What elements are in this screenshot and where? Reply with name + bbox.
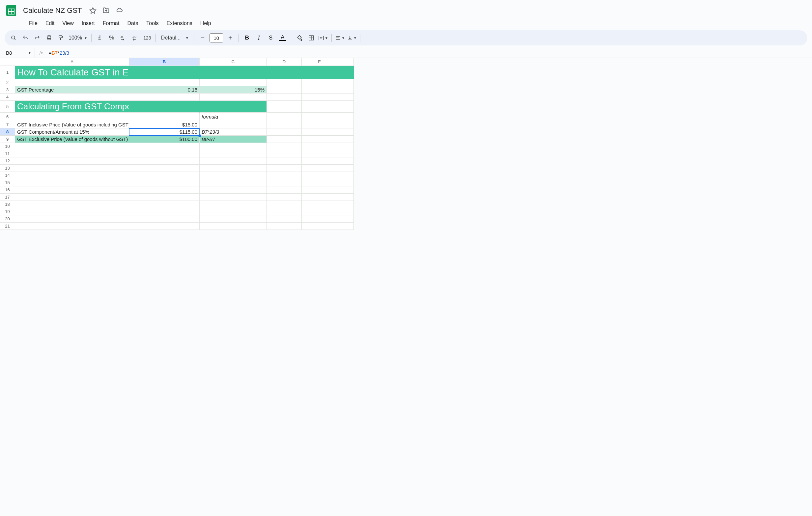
cell-D13[interactable] [267, 165, 302, 172]
row-header-3[interactable]: 3 [0, 86, 15, 93]
cell-F6[interactable] [337, 113, 354, 121]
cell-F2[interactable] [337, 79, 354, 86]
cell-C6[interactable]: formula [200, 113, 267, 121]
cell-D4[interactable] [267, 93, 302, 101]
cell-E16[interactable] [302, 186, 337, 193]
cell-F8[interactable] [337, 128, 354, 136]
cell-B14[interactable] [129, 172, 200, 179]
cell-E11[interactable] [302, 150, 337, 157]
menu-view[interactable]: View [59, 19, 77, 28]
cell-A19[interactable] [15, 208, 129, 215]
cell-C14[interactable] [200, 172, 267, 179]
cell-B10[interactable] [129, 143, 200, 150]
cell-A8[interactable]: GST Component/Amount at 15% [15, 128, 129, 136]
horizontal-align-button[interactable]: ▼ [335, 32, 346, 43]
cell-B4[interactable] [129, 93, 200, 101]
cell-D3[interactable] [267, 86, 302, 93]
cell-E21[interactable] [302, 222, 337, 230]
row-header-5[interactable]: 5 [0, 101, 15, 113]
font-size-decrease-button[interactable]: − [197, 32, 208, 43]
cell-F13[interactable] [337, 165, 354, 172]
zoom-select[interactable]: 100% ▼ [67, 35, 89, 41]
cell-B20[interactable] [129, 215, 200, 222]
cell-F12[interactable] [337, 157, 354, 165]
row-header-6[interactable]: 6 [0, 113, 15, 121]
cell-B3[interactable]: 0.15 [129, 86, 200, 93]
menu-tools[interactable]: Tools [143, 19, 162, 28]
text-color-button[interactable]: A [277, 32, 288, 43]
row-header-4[interactable]: 4 [0, 93, 15, 101]
cell-A14[interactable] [15, 172, 129, 179]
cell-F5[interactable] [337, 101, 354, 113]
cell-D20[interactable] [267, 215, 302, 222]
cell-B19[interactable] [129, 208, 200, 215]
fill-color-button[interactable] [294, 32, 305, 43]
cell-D5[interactable] [267, 101, 302, 113]
cell-C11[interactable] [200, 150, 267, 157]
row-header-17[interactable]: 17 [0, 193, 15, 201]
increase-decimal-icon[interactable]: .00 [130, 32, 141, 43]
row-header-13[interactable]: 13 [0, 165, 15, 172]
col-header-C[interactable]: C [200, 58, 267, 66]
cell-E4[interactable] [302, 93, 337, 101]
cell-A7[interactable]: GST Inclusive Price (Value of goods incl… [15, 121, 129, 128]
cell-F9[interactable] [337, 136, 354, 143]
cell-C12[interactable] [200, 157, 267, 165]
cell-A4[interactable] [15, 93, 129, 101]
cell-B5[interactable] [129, 101, 200, 113]
cell-E3[interactable] [302, 86, 337, 93]
row-header-15[interactable]: 15 [0, 179, 15, 186]
cell-B13[interactable] [129, 165, 200, 172]
cell-F15[interactable] [337, 179, 354, 186]
cell-C3[interactable]: 15% [200, 86, 267, 93]
cell-E19[interactable] [302, 208, 337, 215]
italic-button[interactable]: I [253, 32, 264, 43]
cell-B15[interactable] [129, 179, 200, 186]
cell-C8[interactable]: B7*23/3 [200, 128, 267, 136]
cell-C18[interactable] [200, 201, 267, 208]
cell-A13[interactable] [15, 165, 129, 172]
cell-E10[interactable] [302, 143, 337, 150]
cell-E8[interactable] [302, 128, 337, 136]
row-header-2[interactable]: 2 [0, 79, 15, 86]
cell-B21[interactable] [129, 222, 200, 230]
cell-F14[interactable] [337, 172, 354, 179]
cell-A21[interactable] [15, 222, 129, 230]
cell-E1[interactable] [302, 66, 337, 79]
cell-B7[interactable]: $15.00 [129, 121, 200, 128]
cell-E2[interactable] [302, 79, 337, 86]
cell-A15[interactable] [15, 179, 129, 186]
cell-E5[interactable] [302, 101, 337, 113]
cell-C16[interactable] [200, 186, 267, 193]
menu-extensions[interactable]: Extensions [164, 19, 196, 28]
cell-E7[interactable] [302, 121, 337, 128]
cell-A20[interactable] [15, 215, 129, 222]
cell-F16[interactable] [337, 186, 354, 193]
borders-button[interactable] [306, 32, 317, 43]
select-all-corner[interactable] [0, 58, 15, 66]
cell-C9[interactable]: B8-B7 [200, 136, 267, 143]
cell-A17[interactable] [15, 193, 129, 201]
cell-D12[interactable] [267, 157, 302, 165]
row-header-12[interactable]: 12 [0, 157, 15, 165]
cell-F18[interactable] [337, 201, 354, 208]
cell-F3[interactable] [337, 86, 354, 93]
cell-A2[interactable] [15, 79, 129, 86]
menu-insert[interactable]: Insert [78, 19, 98, 28]
cell-F4[interactable] [337, 93, 354, 101]
cloud-status-icon[interactable] [116, 7, 123, 14]
paint-format-icon[interactable] [55, 32, 66, 43]
cell-C17[interactable] [200, 193, 267, 201]
cell-D14[interactable] [267, 172, 302, 179]
cell-A18[interactable] [15, 201, 129, 208]
cell-C4[interactable] [200, 93, 267, 101]
cell-D9[interactable] [267, 136, 302, 143]
cell-D18[interactable] [267, 201, 302, 208]
cell-D6[interactable] [267, 113, 302, 121]
cell-C13[interactable] [200, 165, 267, 172]
cell-C21[interactable] [200, 222, 267, 230]
cell-A16[interactable] [15, 186, 129, 193]
decrease-decimal-icon[interactable]: .0 [118, 32, 129, 43]
cell-B6[interactable] [129, 113, 200, 121]
star-icon[interactable] [89, 7, 96, 14]
